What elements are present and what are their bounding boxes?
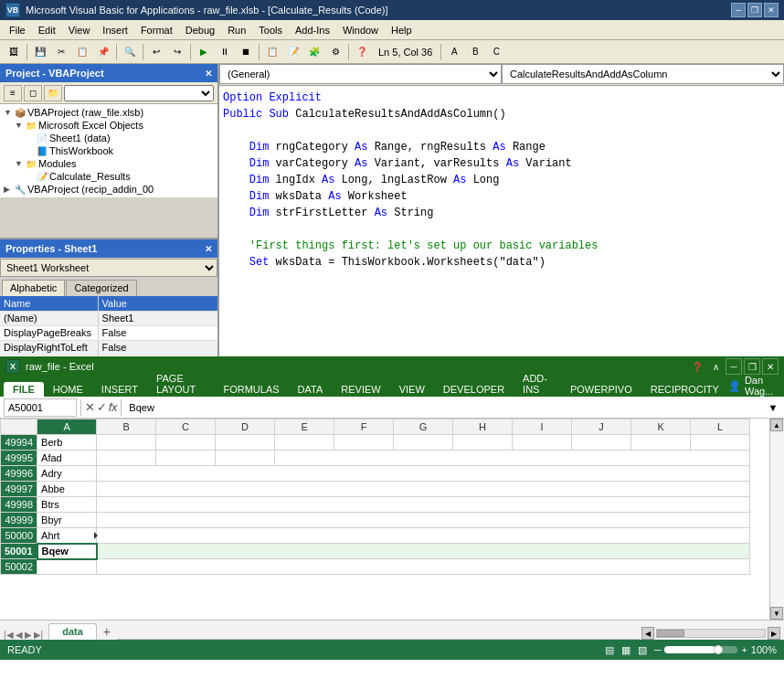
cell-rest-49997[interactable]	[97, 482, 750, 497]
cell-a49999[interactable]: Bbyr	[37, 513, 97, 528]
cell-a49995[interactable]: Afad	[37, 451, 97, 466]
props-tab-alphabetic[interactable]: Alphabetic	[2, 280, 65, 296]
menu-file[interactable]: File	[4, 23, 31, 37]
add-sheet-btn[interactable]: +	[99, 623, 115, 640]
ribbon-tab-insert[interactable]: INSERT	[92, 382, 147, 397]
vertical-scrollbar[interactable]: ▲ ▼	[769, 419, 784, 620]
cell-i49994[interactable]	[513, 435, 572, 451]
hscroll-track[interactable]	[656, 629, 766, 638]
cell-b49995[interactable]	[97, 451, 156, 466]
cell-e49994[interactable]	[275, 435, 334, 451]
toolbar-save-btn[interactable]: 💾	[30, 42, 50, 62]
row-num-49999[interactable]: 49999	[1, 513, 37, 528]
ribbon-tab-formulas[interactable]: FORMULAS	[214, 382, 288, 397]
ribbon-tab-developer[interactable]: DEVELOPER	[434, 382, 514, 397]
sheet-tab-data[interactable]: data	[48, 623, 97, 640]
tree-item-microsoft-excel[interactable]: ▼ 📁 Microsoft Excel Objects	[13, 119, 216, 132]
code-sub-select[interactable]: CalculateResultsAndAddAsColumn	[502, 64, 784, 84]
cell-k49994[interactable]	[631, 435, 691, 451]
cell-a50000[interactable]: Ahrt	[37, 528, 97, 544]
sheet-nav-last[interactable]: ▶|	[34, 630, 44, 640]
tree-item-calculate-results[interactable]: 📝 Calculate_Results	[24, 170, 216, 183]
sheet-nav-next[interactable]: ▶	[25, 630, 32, 640]
menu-edit[interactable]: Edit	[33, 23, 61, 37]
proj-view-obj-btn[interactable]: ◻	[24, 85, 42, 101]
toolbar-classmod-btn[interactable]: 🧩	[304, 42, 324, 62]
excel-close-btn[interactable]: ✕	[762, 358, 779, 375]
excel-restore-btn[interactable]: ❐	[744, 358, 760, 375]
col-header-j[interactable]: J	[572, 419, 631, 435]
ribbon-tab-pagelayout[interactable]: PAGE LAYOUT	[147, 371, 214, 397]
cell-rest-49995[interactable]	[275, 451, 750, 466]
tree-item-sheet1[interactable]: 📄 Sheet1 (data)	[24, 132, 216, 144]
ribbon-tab-addins[interactable]: ADD-INS	[514, 371, 561, 397]
menu-insert[interactable]: Insert	[97, 23, 133, 37]
ribbon-tab-powerpivot[interactable]: POWERPIVO	[561, 382, 641, 397]
toolbar-redo-btn[interactable]: ↪	[167, 42, 187, 62]
ribbon-tab-home[interactable]: HOME	[44, 382, 92, 397]
proj-scope-select[interactable]	[64, 85, 214, 101]
toolbar-help-btn[interactable]: ❓	[352, 42, 372, 62]
cell-d49995[interactable]	[216, 451, 275, 466]
menu-debug[interactable]: Debug	[180, 23, 220, 37]
menu-view[interactable]: View	[63, 23, 96, 37]
toolbar-cut-btn[interactable]: ✂	[51, 42, 71, 62]
properties-panel-close-btn[interactable]: ✕	[205, 244, 212, 254]
cell-c49995[interactable]	[156, 451, 216, 466]
props-cell-drtl-value[interactable]: False	[98, 340, 217, 355]
toolbar-a-btn[interactable]: A	[444, 42, 464, 62]
toolbar-run-btn[interactable]: ▶	[194, 42, 214, 62]
toolbar-b-btn[interactable]: B	[465, 42, 485, 62]
cell-rest-49999[interactable]	[97, 513, 750, 528]
cell-j49994[interactable]	[572, 435, 631, 451]
confirm-formula-btn[interactable]: ✓	[97, 400, 107, 414]
cell-rest-49998[interactable]	[97, 497, 750, 513]
toolbar-stop-btn[interactable]: ⏹	[236, 42, 256, 62]
toolbar-userform-btn[interactable]: 📋	[262, 42, 282, 62]
excel-help-btn[interactable]: ❓	[689, 358, 705, 375]
excel-ribbon-toggle-btn[interactable]: ∧	[707, 358, 724, 375]
ribbon-tab-reciprocity[interactable]: RECIPROCITY	[641, 382, 728, 397]
row-num-49995[interactable]: 49995	[1, 451, 37, 466]
row-num-50002[interactable]: 50002	[1, 559, 37, 575]
cell-a49996[interactable]: Adry	[37, 466, 97, 482]
menu-run[interactable]: Run	[222, 23, 251, 37]
menu-tools[interactable]: Tools	[253, 23, 288, 37]
tree-item-vbaproject-addin[interactable]: ▶ 🔧 VBAProject (recip_addin_00	[2, 183, 216, 196]
toolbar-module-btn[interactable]: 📝	[283, 42, 303, 62]
ribbon-tab-data[interactable]: DATA	[289, 382, 333, 397]
name-box[interactable]	[4, 398, 77, 417]
ribbon-tab-review[interactable]: REVIEW	[332, 382, 389, 397]
row-num-49996[interactable]: 49996	[1, 466, 37, 482]
col-header-g[interactable]: G	[394, 419, 453, 435]
proj-toggle-folders-btn[interactable]: 📁	[44, 85, 62, 101]
row-num-49997[interactable]: 49997	[1, 482, 37, 497]
cell-l49994[interactable]	[691, 435, 750, 451]
cell-c49994[interactable]	[156, 435, 216, 451]
menu-window[interactable]: Window	[337, 23, 384, 37]
vscroll-up-btn[interactable]: ▲	[770, 419, 783, 431]
zoom-out-btn[interactable]: ─	[654, 644, 662, 655]
toolbar-find-btn[interactable]: 🔍	[120, 42, 140, 62]
col-header-i[interactable]: I	[513, 419, 572, 435]
cell-a49994[interactable]: Berb	[37, 435, 97, 451]
cell-a49997[interactable]: Abbe	[37, 482, 97, 497]
cell-a50002[interactable]	[37, 559, 97, 575]
hscroll-right-btn2[interactable]: ▶	[768, 627, 780, 640]
sheet-nav-prev[interactable]: ◀	[16, 630, 23, 640]
cell-h49994[interactable]	[453, 435, 513, 451]
formula-expand-btn[interactable]: ▼	[766, 400, 780, 415]
cell-rest-50002[interactable]	[97, 559, 750, 575]
props-cell-dpb-value[interactable]: False	[98, 325, 217, 340]
properties-object-select[interactable]: Sheet1 Worksheet	[0, 259, 217, 277]
cell-f49994[interactable]	[334, 435, 394, 451]
row-num-50000[interactable]: 50000	[1, 528, 37, 544]
status-icon-page[interactable]: ▧	[638, 644, 647, 656]
toolbar-pause-btn[interactable]: ⏸	[215, 42, 235, 62]
toolbar-proc-btn[interactable]: ⚙	[325, 42, 345, 62]
ribbon-tab-file[interactable]: FILE	[4, 382, 44, 397]
cell-g49994[interactable]	[394, 435, 453, 451]
row-num-50001[interactable]: 50001	[1, 544, 37, 559]
code-area[interactable]: Option Explicit Public Sub CalculateResu…	[219, 86, 784, 358]
proj-view-code-btn[interactable]: ≡	[4, 85, 22, 101]
